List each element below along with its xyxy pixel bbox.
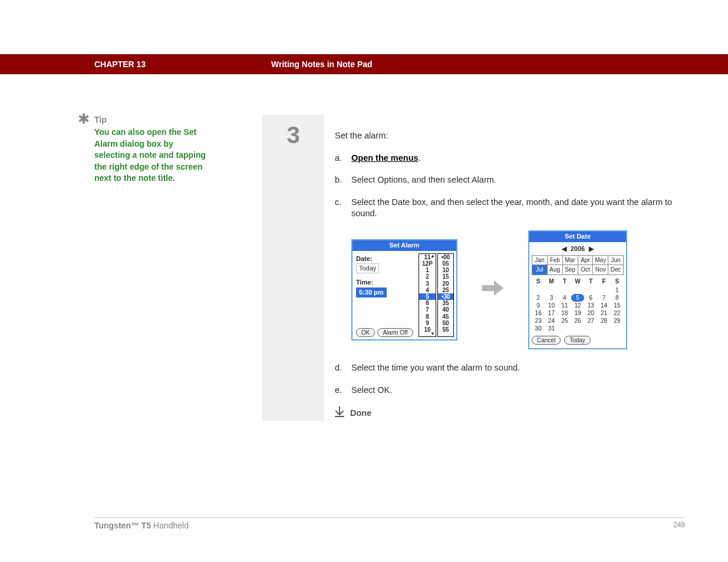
day-cell[interactable]: 2 [532,294,545,302]
day-cell[interactable]: 20 [584,309,597,317]
day-cell[interactable]: 30 [532,325,545,332]
chapter-label: CHAPTER 13 [94,54,146,74]
month-cell[interactable]: Jul [532,265,548,275]
day-cell [532,286,545,294]
day-cell[interactable]: 6 [584,294,597,302]
minute-cell[interactable]: 10 [438,267,453,273]
calendar-body: 1234567891011121314151617181920212223242… [532,286,624,332]
day-cell[interactable]: 4 [558,294,571,302]
day-cell[interactable]: 19 [571,309,584,317]
hour-cell[interactable]: 4 [419,287,436,293]
minute-cell[interactable]: 55 [438,326,453,333]
date-box[interactable]: Today [356,263,379,273]
hour-spinner[interactable]: ▲ ▼ 1112P12345678910 [419,253,436,337]
hour-cell[interactable]: 3 [419,280,436,287]
minute-cell[interactable]: 35 [438,300,453,306]
day-cell[interactable]: 21 [597,309,610,317]
day-cell[interactable]: 26 [571,317,584,325]
month-cell[interactable]: Jun [608,256,624,266]
day-cell [545,286,558,294]
month-cell[interactable]: Aug [548,265,563,275]
day-cell[interactable]: 18 [558,309,571,317]
minute-cell[interactable]: •30 [438,293,453,300]
day-cell[interactable]: 11 [558,302,571,309]
hour-cell[interactable]: 1 [419,267,436,273]
day-cell[interactable]: 7 [597,294,610,302]
day-cell [558,325,571,332]
page-number: 249 [673,521,685,529]
day-cell[interactable]: 16 [532,309,545,317]
day-cell [571,286,584,294]
hour-cell[interactable]: 8 [419,313,436,320]
footer-rule [94,517,685,518]
minute-cell[interactable]: •00 [438,254,453,260]
hour-up-icon[interactable]: ▲ [430,254,435,259]
day-cell[interactable]: 22 [611,309,624,317]
day-cell[interactable]: 23 [532,317,545,325]
minute-cell[interactable]: 50 [438,320,453,326]
tip-asterisk-icon: ✱ [78,114,90,124]
minute-spinner[interactable]: •000510152025•303540455055 [437,253,454,337]
day-cell[interactable]: 13 [584,302,597,309]
cancel-button[interactable]: Cancel [532,336,561,345]
day-cell[interactable]: 10 [545,302,558,309]
day-cell[interactable]: 9 [532,302,545,309]
day-cell[interactable]: 27 [584,317,597,325]
minute-cell[interactable]: 45 [438,313,453,320]
hour-cell[interactable]: 2 [419,273,436,280]
month-cell[interactable]: Oct [578,265,594,275]
year-prev-icon[interactable]: ◀ [559,245,569,252]
day-cell[interactable]: 17 [545,309,558,317]
day-cell[interactable]: 8 [611,294,624,302]
minute-cell[interactable]: 20 [438,280,453,287]
month-cell[interactable]: Jan [532,256,548,266]
day-cell[interactable]: 31 [545,325,558,332]
hour-cell[interactable]: 6 [419,300,436,306]
minute-cell[interactable]: 05 [438,260,453,267]
tip-sidebar: ✱ Tip You can also open the Set Alarm di… [78,115,210,184]
hour-down-icon[interactable]: ▼ [430,332,435,336]
month-cell[interactable]: Apr [578,256,594,266]
month-cell[interactable]: Mar [563,256,578,266]
month-cell[interactable]: Feb [548,256,563,266]
time-value[interactable]: 5:30 pm [356,287,387,297]
hour-cell[interactable]: 5 [419,293,436,300]
day-cell [584,325,597,332]
year-next-icon[interactable]: ▶ [587,245,596,252]
year-row: ◀ 2006 ▶ [532,244,624,253]
set-date-title: Set Date [529,232,626,242]
day-cell[interactable]: 12 [571,302,584,309]
dow-cell: F [597,277,610,286]
set-alarm-dialog: Set Alarm Date: Today Time: 5:30 pm OK A… [351,239,457,340]
month-cell[interactable]: Nov [593,265,608,275]
day-cell[interactable]: 15 [611,302,624,309]
day-cell[interactable]: 24 [545,317,558,325]
open-menus-link[interactable]: Open the menus [351,153,419,163]
hour-cell[interactable]: 12P [419,260,436,267]
minute-cell[interactable]: 40 [438,306,453,313]
day-cell[interactable]: 5 [571,294,584,302]
footer-product: Tungsten™ T5 Handheld [94,521,189,530]
step-number: 3 [262,122,324,148]
time-label: Time: [356,278,415,287]
day-cell[interactable]: 28 [597,317,610,325]
substep-e: e. Select OK. [335,385,675,396]
ok-button[interactable]: OK [356,328,375,337]
minute-cell[interactable]: 15 [438,273,453,280]
substep-c: c. Select the Date box, and then select … [335,197,675,220]
hour-cell[interactable]: 7 [419,306,436,313]
minute-cell[interactable]: 25 [438,287,453,293]
day-cell [558,286,571,294]
hour-cell[interactable]: 9 [419,320,436,326]
month-cell[interactable]: May [593,256,608,266]
month-cell[interactable]: Dec [608,265,624,275]
day-cell[interactable]: 29 [611,317,624,325]
day-cell[interactable]: 25 [558,317,571,325]
day-cell[interactable]: 1 [611,286,624,294]
month-cell[interactable]: Sep [563,265,578,275]
substep-d: d. Select the time you want the alarm to… [335,362,675,374]
day-cell[interactable]: 3 [545,294,558,302]
today-button[interactable]: Today [564,336,591,345]
day-cell[interactable]: 14 [597,302,610,309]
alarm-off-button[interactable]: Alarm Off [377,328,413,337]
